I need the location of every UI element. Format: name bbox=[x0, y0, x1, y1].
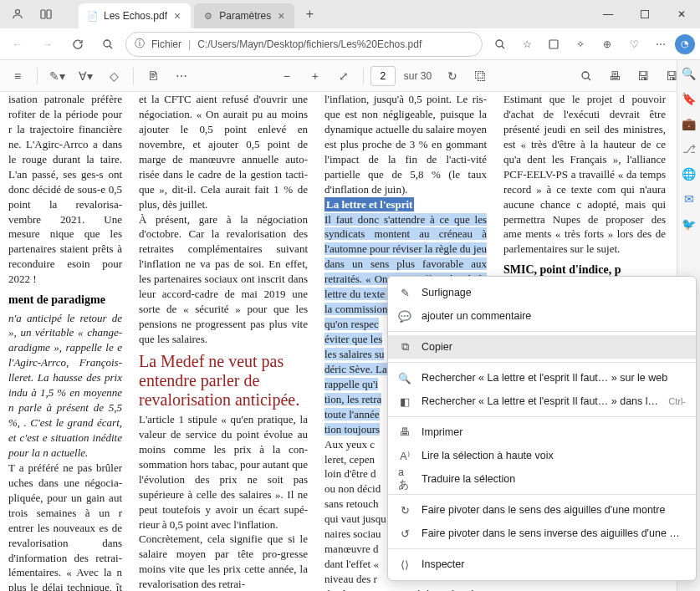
globe-icon[interactable]: 🌐 bbox=[681, 166, 697, 182]
page-input[interactable] bbox=[370, 66, 396, 86]
ctx-comment[interactable]: 💬 ajouter un commentaire bbox=[388, 304, 696, 328]
ctx-inspect[interactable]: ⟨⟩ Inspecter bbox=[388, 553, 696, 576]
body-text: À présent, gare à la négociation d'octob… bbox=[139, 212, 308, 347]
ctx-rotate-ccw[interactable]: ↺ Faire pivoter dans le sens inverse des… bbox=[388, 522, 696, 545]
close-button[interactable]: ✕ bbox=[663, 0, 700, 28]
fit-icon[interactable]: ⤢ bbox=[331, 64, 356, 89]
forward-button[interactable]: → bbox=[35, 32, 60, 57]
tab-label: Paramètres bbox=[219, 10, 271, 22]
save-icon[interactable]: 🖫 bbox=[631, 64, 656, 89]
body-text: l'inflation, jusqu'à 0,5 point. Le ris-q… bbox=[324, 92, 487, 197]
page-view-icon[interactable]: ⿻ bbox=[468, 64, 493, 89]
profile-avatar[interactable]: ◔ bbox=[675, 34, 695, 54]
svg-point-0 bbox=[16, 10, 20, 14]
erase-icon[interactable]: ◇ bbox=[101, 64, 126, 89]
ctx-translate[interactable]: aあ Traduire la sélection bbox=[388, 467, 696, 491]
ctx-highlight[interactable]: ✎ Surlignage bbox=[388, 281, 696, 304]
copy-icon: ⧉ bbox=[398, 340, 411, 354]
body-text: n'a anticipé le retour de », un véritabl… bbox=[8, 311, 122, 461]
body-text: L'article 1 stipule « qu'en pratique, la… bbox=[139, 412, 308, 532]
highlight-icon[interactable]: ∀▾ bbox=[73, 64, 98, 89]
search-icon: 🔍 bbox=[398, 371, 411, 385]
toc-icon[interactable]: ≡ bbox=[5, 64, 30, 89]
read-aloud-icon: A⁾ bbox=[398, 449, 411, 462]
bird-icon[interactable]: 🐦 bbox=[681, 216, 697, 232]
rotate-ccw-icon: ↺ bbox=[398, 527, 411, 540]
close-icon[interactable]: × bbox=[172, 9, 182, 23]
search-in-page-icon[interactable] bbox=[95, 32, 120, 57]
svg-point-6 bbox=[582, 72, 589, 79]
minimize-button[interactable]: — bbox=[590, 0, 626, 28]
gear-icon: ⚙ bbox=[202, 10, 214, 22]
extensions-icon[interactable] bbox=[541, 32, 566, 57]
heart-icon[interactable]: ♡ bbox=[621, 32, 646, 57]
code-icon[interactable]: ⎇ bbox=[681, 140, 697, 157]
pen-icon: ✎ bbox=[398, 286, 411, 299]
sidebar-icon: ◧ bbox=[398, 395, 411, 408]
rotate-cw-icon: ↻ bbox=[398, 503, 411, 517]
body-text: Concrètement, cela signifie que si le sa… bbox=[139, 532, 308, 591]
rotate-icon[interactable]: ↻ bbox=[440, 64, 465, 89]
new-tab-button[interactable]: + bbox=[298, 3, 321, 26]
inspect-icon: ⟨⟩ bbox=[398, 558, 411, 571]
ctx-copy[interactable]: ⧉ Copier bbox=[388, 335, 696, 359]
body-text: et la CFTC aient refusé d'ouvrir une nég… bbox=[139, 92, 308, 212]
svg-point-3 bbox=[104, 40, 110, 47]
tab-inactive[interactable]: ⚙ Paramètres × bbox=[194, 3, 294, 28]
collections-icon[interactable]: ✧ bbox=[568, 32, 593, 57]
comment-icon: 💬 bbox=[398, 309, 411, 323]
body-text: Estimant que le projet d pouvoir d'achat… bbox=[503, 92, 666, 257]
reload-button[interactable] bbox=[65, 32, 90, 57]
back-button[interactable]: ← bbox=[5, 32, 30, 57]
info-icon: ⓘ bbox=[135, 37, 145, 51]
profile-menu-icon[interactable] bbox=[5, 2, 30, 27]
subheading: ment de paradigme bbox=[8, 292, 122, 308]
url-box[interactable]: ⓘ Fichier | C:/Users/Mayn/Desktop/fichie… bbox=[125, 32, 483, 57]
zoom-in-icon[interactable]: + bbox=[303, 64, 328, 89]
maximize-button[interactable] bbox=[626, 0, 663, 28]
body-text: isation patronale préfère rofiter de la … bbox=[8, 92, 122, 287]
find-icon[interactable] bbox=[574, 64, 599, 89]
draw-icon[interactable]: ✎▾ bbox=[44, 64, 69, 89]
text-icon[interactable]: 🖹 bbox=[141, 64, 166, 89]
print-icon[interactable]: 🖶 bbox=[602, 64, 627, 89]
tag-icon[interactable]: 🔖 bbox=[681, 90, 697, 107]
close-icon[interactable]: × bbox=[276, 9, 286, 23]
svg-point-4 bbox=[496, 40, 503, 47]
body-text: de l'Agirc-Arrco, répète-t-il inlas-sabl… bbox=[324, 587, 487, 591]
ctx-search-sidebar[interactable]: ◧ Rechercher « La lettre et l'esprit Il … bbox=[388, 390, 696, 413]
search-icon[interactable]: 🔍 bbox=[681, 65, 697, 82]
performance-icon[interactable]: ⊕ bbox=[595, 32, 620, 57]
pdf-file-icon: 📄 bbox=[87, 10, 99, 22]
outlook-icon[interactable]: ✉ bbox=[681, 191, 697, 207]
context-menu: ✎ Surlignage 💬 ajouter un commentaire ⧉ … bbox=[387, 276, 697, 581]
ctx-rotate-cw[interactable]: ↻ Faire pivoter dans le sens des aiguill… bbox=[388, 498, 696, 522]
svg-rect-2 bbox=[47, 10, 51, 18]
print-icon: 🖶 bbox=[398, 425, 411, 439]
pull-quote: La Medef ne veut pas entendre parler de … bbox=[139, 352, 308, 410]
page-count: sur 30 bbox=[399, 70, 437, 82]
favorite-icon[interactable]: ☆ bbox=[514, 32, 539, 57]
ctx-print[interactable]: 🖶 Imprimer bbox=[388, 420, 696, 444]
briefcase-icon[interactable]: 💼 bbox=[681, 115, 697, 132]
tab-label: Les Echos.pdf bbox=[104, 10, 167, 22]
tab-active[interactable]: 📄 Les Echos.pdf × bbox=[79, 3, 191, 28]
ctx-read-aloud[interactable]: A⁾ Lire la sélection à haute voix bbox=[388, 444, 696, 467]
svg-rect-5 bbox=[549, 40, 558, 48]
addressbar: ← → ⓘ Fichier | C:/Users/Mayn/Desktop/fi… bbox=[0, 28, 700, 60]
pdf-toolbar: ≡ ✎▾ ∀▾ ◇ 🖹 ⋯ − + ⤢ sur 30 ↻ ⿻ 🖶 🖫 🖫 bbox=[0, 60, 700, 92]
zoom-out-icon[interactable]: − bbox=[274, 64, 299, 89]
more-tools-icon[interactable]: ⋯ bbox=[169, 64, 194, 89]
body-text: T a préféré ne pas brûler uches dans une… bbox=[8, 461, 122, 591]
zoom-icon[interactable] bbox=[488, 32, 513, 57]
url-protocol: Fichier bbox=[151, 38, 181, 50]
ctx-search-web[interactable]: 🔍 Rechercher « La lettre et l'esprit Il … bbox=[388, 366, 696, 390]
svg-rect-1 bbox=[41, 10, 45, 18]
more-icon[interactable]: ⋯ bbox=[648, 32, 673, 57]
titlebar: 📄 Les Echos.pdf × ⚙ Paramètres × + — ✕ bbox=[0, 0, 700, 28]
workspaces-icon[interactable] bbox=[33, 2, 59, 27]
url-path: C:/Users/Mayn/Desktop/fichiers/Les%20Ech… bbox=[197, 38, 422, 50]
translate-icon: aあ bbox=[398, 472, 411, 486]
